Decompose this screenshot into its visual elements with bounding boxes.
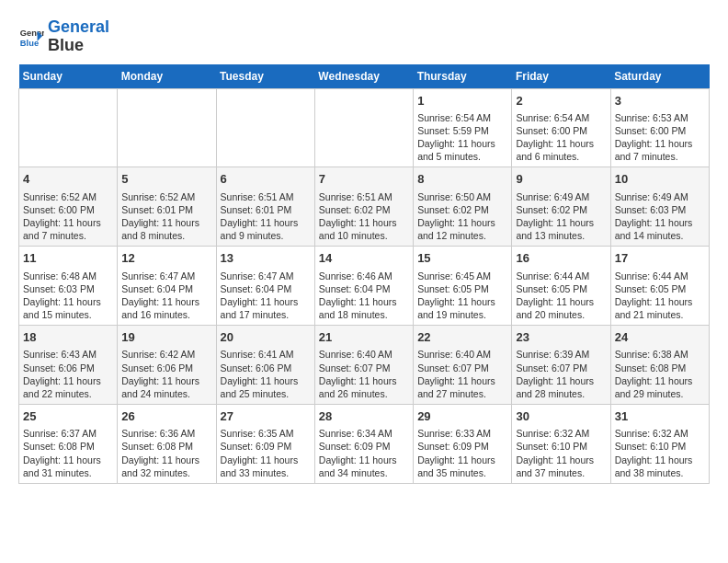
day-header: Saturday	[610, 64, 709, 89]
calendar-day-cell: 3Sunrise: 6:53 AMSunset: 6:00 PMDaylight…	[610, 88, 709, 167]
day-info-line: Daylight: 11 hours and 31 minutes.	[23, 454, 113, 479]
day-info-line: Daylight: 11 hours and 35 minutes.	[417, 454, 507, 479]
day-info-line: Sunrise: 6:44 AM	[516, 270, 606, 282]
day-info-line: Sunset: 6:08 PM	[121, 440, 211, 453]
day-info-line: Sunrise: 6:44 AM	[615, 270, 705, 282]
day-info-line: Sunset: 6:02 PM	[516, 203, 606, 216]
logo-text: GeneralBlue	[48, 18, 109, 55]
day-info-line: Sunset: 5:59 PM	[417, 124, 507, 137]
calendar-week-row: 4Sunrise: 6:52 AMSunset: 6:00 PMDaylight…	[19, 167, 710, 247]
day-number: 25	[23, 408, 113, 425]
day-number: 8	[417, 171, 507, 188]
day-info-line: Daylight: 11 hours and 18 minutes.	[319, 295, 409, 321]
day-number: 28	[319, 408, 409, 425]
day-header: Thursday	[414, 64, 512, 89]
calendar-day-cell: 21Sunrise: 6:40 AMSunset: 6:07 PMDayligh…	[314, 326, 413, 405]
calendar-week-row: 18Sunrise: 6:43 AMSunset: 6:06 PMDayligh…	[19, 326, 710, 405]
day-info-line: Daylight: 11 hours and 15 minutes.	[23, 295, 113, 321]
day-number: 6	[221, 171, 311, 188]
calendar-day-cell: 23Sunrise: 6:39 AMSunset: 6:07 PMDayligh…	[512, 326, 610, 405]
day-info-line: Sunrise: 6:39 AM	[516, 348, 606, 361]
day-header: Tuesday	[216, 64, 314, 89]
day-info-line: Sunrise: 6:46 AM	[319, 270, 409, 282]
day-info-line: Daylight: 11 hours and 9 minutes.	[221, 216, 311, 242]
day-info-line: Sunrise: 6:51 AM	[319, 190, 409, 203]
logo-icon: General Blue	[18, 24, 44, 50]
day-info-line: Daylight: 11 hours and 14 minutes.	[615, 216, 705, 242]
day-info-line: Sunrise: 6:40 AM	[319, 348, 409, 361]
day-number: 21	[319, 329, 409, 346]
day-info-line: Sunset: 6:06 PM	[23, 362, 113, 374]
day-info-line: Daylight: 11 hours and 7 minutes.	[615, 137, 705, 163]
calendar-day-cell: 30Sunrise: 6:32 AMSunset: 6:10 PMDayligh…	[512, 405, 610, 484]
day-number: 30	[516, 408, 606, 425]
calendar-header-row: SundayMondayTuesdayWednesdayThursdayFrid…	[19, 64, 710, 89]
day-info-line: Daylight: 11 hours and 34 minutes.	[319, 454, 409, 479]
day-info-line: Sunrise: 6:48 AM	[23, 270, 113, 282]
day-info-line: Sunrise: 6:32 AM	[615, 427, 705, 440]
calendar-day-cell: 13Sunrise: 6:47 AMSunset: 6:04 PMDayligh…	[216, 247, 314, 326]
day-info-line: Daylight: 11 hours and 8 minutes.	[121, 216, 211, 242]
day-info-line: Daylight: 11 hours and 20 minutes.	[516, 295, 606, 321]
logo: General Blue GeneralBlue	[18, 18, 109, 55]
day-number: 4	[23, 171, 113, 188]
day-info-line: Sunset: 6:04 PM	[221, 282, 311, 295]
day-number: 10	[615, 171, 705, 188]
day-number: 23	[516, 329, 606, 346]
calendar-day-cell: 5Sunrise: 6:52 AMSunset: 6:01 PMDaylight…	[118, 167, 216, 247]
calendar-day-cell: 28Sunrise: 6:34 AMSunset: 6:09 PMDayligh…	[314, 405, 413, 484]
day-info-line: Daylight: 11 hours and 24 minutes.	[121, 374, 211, 400]
day-info-line: Sunset: 6:10 PM	[516, 440, 606, 453]
day-number: 15	[417, 250, 507, 267]
day-info-line: Sunset: 6:05 PM	[417, 282, 507, 295]
day-info-line: Sunrise: 6:32 AM	[516, 427, 606, 440]
day-number: 22	[417, 329, 507, 346]
day-number: 17	[615, 250, 705, 267]
day-info-line: Daylight: 11 hours and 17 minutes.	[221, 295, 311, 321]
day-info-line: Sunrise: 6:47 AM	[121, 270, 211, 282]
day-info-line: Sunset: 6:08 PM	[615, 362, 705, 374]
day-info-line: Sunrise: 6:49 AM	[516, 190, 606, 203]
day-info-line: Daylight: 11 hours and 12 minutes.	[417, 216, 507, 242]
day-info-line: Sunset: 6:06 PM	[221, 362, 311, 374]
calendar-body: 1Sunrise: 6:54 AMSunset: 5:59 PMDaylight…	[19, 88, 710, 483]
day-number: 29	[417, 408, 507, 425]
day-header: Monday	[118, 64, 216, 89]
day-info-line: Sunset: 6:02 PM	[417, 203, 507, 216]
day-number: 24	[615, 329, 705, 346]
calendar-day-cell: 11Sunrise: 6:48 AMSunset: 6:03 PMDayligh…	[19, 247, 118, 326]
day-info-line: Daylight: 11 hours and 10 minutes.	[319, 216, 409, 242]
day-info-line: Daylight: 11 hours and 21 minutes.	[615, 295, 705, 321]
day-info-line: Sunrise: 6:45 AM	[417, 270, 507, 282]
day-header: Friday	[512, 64, 610, 89]
day-info-line: Sunset: 6:07 PM	[417, 362, 507, 374]
day-info-line: Sunrise: 6:50 AM	[417, 190, 507, 203]
day-info-line: Sunrise: 6:40 AM	[417, 348, 507, 361]
calendar-day-cell: 7Sunrise: 6:51 AMSunset: 6:02 PMDaylight…	[314, 167, 413, 247]
calendar-day-cell: 20Sunrise: 6:41 AMSunset: 6:06 PMDayligh…	[216, 326, 314, 405]
day-number: 9	[516, 171, 606, 188]
calendar-day-cell	[19, 88, 118, 167]
calendar-day-cell: 10Sunrise: 6:49 AMSunset: 6:03 PMDayligh…	[610, 167, 709, 247]
day-number: 18	[23, 329, 113, 346]
day-info-line: Sunrise: 6:41 AM	[221, 348, 311, 361]
day-info-line: Sunrise: 6:35 AM	[221, 427, 311, 440]
day-info-line: Sunrise: 6:54 AM	[516, 111, 606, 124]
day-info-line: Daylight: 11 hours and 27 minutes.	[417, 374, 507, 400]
day-number: 1	[417, 93, 507, 109]
day-number: 27	[221, 408, 311, 425]
calendar-day-cell: 24Sunrise: 6:38 AMSunset: 6:08 PMDayligh…	[610, 326, 709, 405]
calendar-day-cell: 26Sunrise: 6:36 AMSunset: 6:08 PMDayligh…	[118, 405, 216, 484]
day-info-line: Daylight: 11 hours and 13 minutes.	[516, 216, 606, 242]
day-number: 5	[121, 171, 211, 188]
calendar-day-cell: 18Sunrise: 6:43 AMSunset: 6:06 PMDayligh…	[19, 326, 118, 405]
day-info-line: Daylight: 11 hours and 6 minutes.	[516, 137, 606, 163]
page-header: General Blue GeneralBlue	[18, 18, 710, 55]
day-info-line: Sunset: 6:07 PM	[319, 362, 409, 374]
day-header: Sunday	[19, 64, 118, 89]
day-number: 11	[23, 250, 113, 267]
calendar-day-cell: 6Sunrise: 6:51 AMSunset: 6:01 PMDaylight…	[216, 167, 314, 247]
calendar-day-cell: 4Sunrise: 6:52 AMSunset: 6:00 PMDaylight…	[19, 167, 118, 247]
calendar-day-cell: 1Sunrise: 6:54 AMSunset: 5:59 PMDaylight…	[414, 88, 512, 167]
calendar-day-cell: 31Sunrise: 6:32 AMSunset: 6:10 PMDayligh…	[610, 405, 709, 484]
